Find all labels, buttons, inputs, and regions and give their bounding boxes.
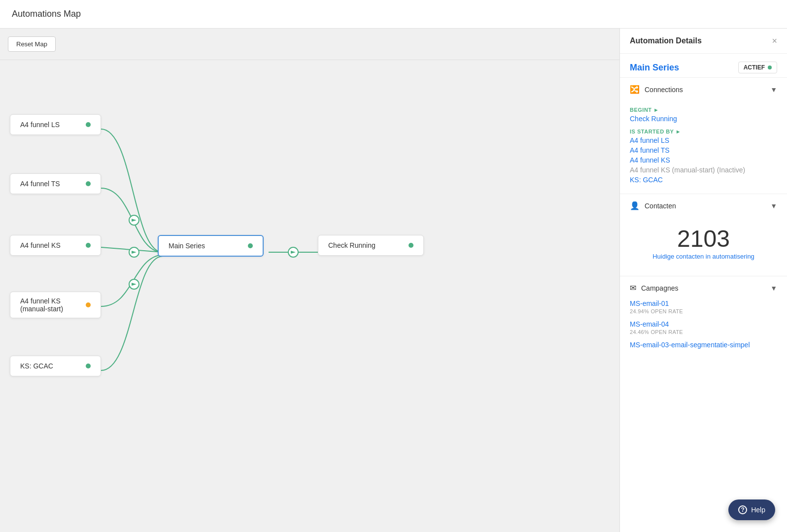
node-a4-funnel-ks[interactable]: A4 funnel KS [10, 235, 101, 256]
contacts-section-header[interactable]: 👤 Contacten ▼ [620, 194, 787, 217]
campaign-link-2[interactable]: MS-email-03-email-segmentatie-simpel [630, 341, 750, 349]
campaign-link-1[interactable]: MS-email-04 [630, 320, 669, 328]
status-label: ACTIEF [744, 64, 765, 71]
node-status-dot [86, 122, 91, 127]
connections-section-content: BEGINT ► Check Running IS STARTED BY ► A… [620, 107, 787, 194]
contacts-count: 2103 [630, 217, 777, 253]
svg-marker-8 [291, 251, 296, 254]
svg-point-7 [288, 247, 298, 257]
node-check-running[interactable]: Check Running [318, 235, 424, 256]
campaigns-section: ✉ Campagnes ▼ MS-email-01 24.94% OPEN RA… [620, 276, 787, 363]
campaign-item-0: MS-email-01 24.94% OPEN RATE [630, 299, 777, 314]
main-area: Reset Map [0, 29, 787, 532]
campaign-link-0[interactable]: MS-email-01 [630, 299, 669, 307]
page-title: Automations Map [0, 0, 787, 29]
begins-target-link[interactable]: Check Running [630, 115, 777, 123]
campaign-item-2: MS-email-03-email-segmentatie-simpel [630, 341, 777, 349]
contacts-section-content: 2103 Huidige contacten in automatisering [620, 217, 787, 276]
started-by-link-4[interactable]: KS: GCAC [630, 176, 777, 184]
started-by-link-2[interactable]: A4 funnel KS [630, 156, 777, 164]
begins-label: BEGINT ► [630, 107, 777, 113]
help-circle-icon: ? [738, 505, 747, 514]
node-status-dot [86, 364, 91, 368]
started-by-inactive: A4 funnel KS (manual-start) (Inactive) [630, 166, 777, 174]
campaigns-chevron-icon: ▼ [770, 284, 777, 292]
campaigns-section-header[interactable]: ✉ Campagnes ▼ [620, 276, 787, 299]
help-label: Help [751, 506, 765, 514]
svg-point-2 [129, 247, 139, 257]
node-a4-funnel-ts[interactable]: A4 funnel TS [10, 173, 101, 194]
contacts-chevron-icon: ▼ [770, 202, 777, 210]
connections-section-title: Connections [645, 86, 683, 94]
svg-point-0 [129, 215, 139, 225]
status-dot [768, 66, 772, 69]
started-by-link-1[interactable]: A4 funnel TS [630, 146, 777, 154]
node-main-series[interactable]: Main Series [158, 235, 264, 257]
app-container: Automations Map Reset Map [0, 0, 787, 532]
campaign-item-1: MS-email-04 24.46% OPEN RATE [630, 320, 777, 335]
canvas-toolbar: Reset Map [0, 29, 619, 60]
contacts-section: 👤 Contacten ▼ 2103 Huidige contacten in … [620, 194, 787, 276]
connections-chevron-icon: ▼ [770, 86, 777, 94]
automation-name: Main Series [630, 63, 679, 73]
details-panel: Automation Details × Main Series ACTIEF … [619, 29, 787, 532]
node-status-dot [86, 181, 91, 186]
contacts-icon: 👤 [630, 201, 640, 210]
contacts-section-title: Contacten [645, 202, 676, 210]
svg-marker-5 [132, 283, 137, 286]
panel-header-title: Automation Details [630, 36, 702, 45]
node-status-dot [248, 243, 253, 248]
svg-marker-1 [132, 219, 137, 222]
connections-icon: 🔀 [630, 85, 640, 94]
panel-subtitle-row: Main Series ACTIEF [620, 54, 787, 77]
help-button[interactable]: ? Help [728, 499, 775, 520]
connections-section-header[interactable]: 🔀 Connections ▼ [620, 78, 787, 101]
canvas-area: Reset Map [0, 29, 619, 532]
started-by-label: IS STARTED BY ► [630, 129, 777, 134]
node-status-dot [86, 243, 91, 248]
contacts-number: 2103 [630, 227, 777, 251]
panel-header: Automation Details × [620, 29, 787, 54]
contacts-description: Huidige contacten in automatisering [630, 253, 777, 268]
node-a4-funnel-ks-manual[interactable]: A4 funnel KS (manual-start) [10, 292, 101, 318]
campaigns-icon: ✉ [630, 283, 636, 293]
svg-marker-3 [132, 251, 137, 254]
status-badge: ACTIEF [738, 62, 777, 73]
reset-map-button[interactable]: Reset Map [8, 36, 56, 52]
node-status-dot [86, 302, 91, 307]
close-panel-button[interactable]: × [772, 36, 777, 45]
campaign-rate-0: 24.94% OPEN RATE [630, 308, 777, 314]
node-status-dot [409, 243, 413, 248]
campaigns-section-title: Campagnes [641, 284, 679, 292]
campaigns-section-content: MS-email-01 24.94% OPEN RATE MS-email-04… [620, 299, 787, 363]
started-by-link-0[interactable]: A4 funnel LS [630, 136, 777, 144]
node-a4-funnel-ls[interactable]: A4 funnel LS [10, 114, 101, 135]
svg-point-4 [129, 279, 139, 289]
node-ks-gcac[interactable]: KS: GCAC [10, 356, 101, 376]
connections-section: 🔀 Connections ▼ BEGINT ► Check Running I… [620, 77, 787, 194]
canvas-content: A4 funnel LS A4 funnel TS A4 funnel KS [0, 60, 619, 532]
campaign-rate-1: 24.46% OPEN RATE [630, 329, 777, 335]
